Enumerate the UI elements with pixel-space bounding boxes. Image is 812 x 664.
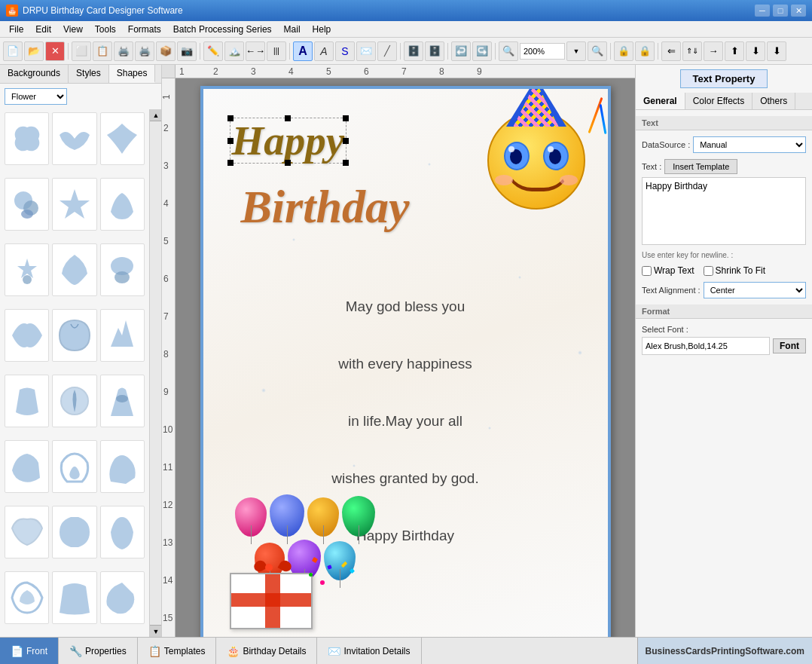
text-property-button[interactable]: Text Property [680, 69, 768, 88]
shape-item[interactable] [100, 440, 145, 493]
shape-item[interactable] [100, 112, 145, 165]
shape-item[interactable] [52, 440, 96, 493]
shape-item[interactable] [5, 309, 49, 362]
right-tab-general[interactable]: General [636, 93, 685, 109]
handle-bl[interactable] [227, 160, 234, 166]
handle-mr[interactable] [343, 138, 349, 144]
toolbar-copy[interactable]: ⬜ [72, 41, 91, 61]
shape-item[interactable] [5, 112, 49, 165]
shape-item[interactable] [5, 243, 49, 296]
shape-item[interactable] [100, 309, 145, 362]
category-select[interactable]: Flower Nature Animals Decorative [5, 88, 67, 105]
shape-item[interactable] [52, 571, 96, 624]
status-tab-front[interactable]: 📄 Front [0, 638, 59, 664]
menu-tools[interactable]: Tools [89, 23, 122, 36]
toolbar-barcode[interactable]: ||| [267, 41, 286, 61]
handle-tr[interactable] [343, 115, 349, 121]
tab-shapes[interactable]: Shapes [109, 65, 156, 83]
right-tab-color-effects[interactable]: Color Effects [685, 93, 752, 109]
shape-item[interactable] [52, 178, 96, 231]
shape-item[interactable] [5, 440, 49, 493]
toolbar-paste[interactable]: 📋 [93, 41, 112, 61]
shape-item[interactable] [100, 506, 145, 558]
maximize-button[interactable]: □ [773, 5, 788, 17]
menu-help[interactable]: Help [307, 23, 337, 36]
toolbar-scan[interactable]: 📷 [177, 41, 197, 61]
minimize-button[interactable]: ─ [755, 5, 770, 17]
handle-ml[interactable] [227, 138, 234, 144]
shape-item[interactable] [100, 178, 145, 231]
toolbar-print[interactable]: 🖨️ [114, 41, 133, 61]
shape-item[interactable] [100, 375, 145, 427]
status-tab-properties[interactable]: 🔧 Properties [59, 638, 138, 664]
close-button[interactable]: ✕ [791, 5, 806, 17]
zoom-dropdown[interactable]: ▼ [566, 41, 586, 61]
toolbar-wordart[interactable]: S [335, 41, 355, 61]
text-element-birthday[interactable]: Birthday [241, 183, 410, 230]
toolbar-text2[interactable]: A [314, 41, 334, 61]
right-tab-others[interactable]: Others [752, 93, 795, 109]
shape-item[interactable] [52, 375, 96, 427]
shape-item[interactable] [52, 112, 96, 165]
scroll-up-arrow[interactable]: ▲ [150, 109, 161, 121]
shape-item[interactable] [52, 243, 96, 296]
shape-item[interactable] [5, 375, 49, 427]
shape-item[interactable] [100, 243, 145, 296]
shape-item[interactable] [100, 571, 145, 624]
insert-template-button[interactable]: Insert Template [664, 159, 737, 174]
menu-file[interactable]: File [3, 23, 29, 36]
menu-mail[interactable]: Mail [278, 23, 307, 36]
font-value-input[interactable] [642, 337, 770, 355]
toolbar-line[interactable]: ╱ [377, 41, 397, 61]
toolbar-zoomout[interactable]: 🔍 [588, 41, 607, 61]
toolbar-envelope[interactable]: ✉️ [356, 41, 376, 61]
toolbar-zoomout2[interactable]: 🔍 [499, 41, 518, 61]
datasource-select[interactable]: Manual Database [693, 136, 806, 153]
handle-tm[interactable] [285, 115, 291, 121]
toolbar-arrow[interactable]: ←→ [246, 41, 265, 61]
tab-backgrounds[interactable]: Backgrounds [0, 65, 69, 83]
wrap-text-checkbox[interactable] [642, 266, 652, 276]
shape-item[interactable] [5, 178, 49, 231]
menu-batch[interactable]: Batch Processing Series [167, 23, 278, 36]
zoom-input[interactable] [520, 43, 565, 60]
tab-styles[interactable]: Styles [69, 65, 109, 83]
toolbar-pencil[interactable]: ✏️ [203, 41, 223, 61]
shape-item[interactable] [5, 506, 49, 558]
alignment-select[interactable]: Left Center Right Justify [704, 282, 806, 298]
toolbar-text[interactable]: A [293, 41, 313, 61]
menu-edit[interactable]: Edit [29, 23, 57, 36]
text-content-area[interactable]: Happy Birthday [642, 177, 806, 245]
canvas-scroll[interactable]: Happy Birthday [176, 78, 635, 637]
menu-formats[interactable]: Formats [122, 23, 167, 36]
shape-item[interactable] [52, 506, 96, 558]
menu-view[interactable]: View [57, 23, 89, 36]
toolbar-open[interactable]: 📂 [24, 41, 44, 61]
status-tab-birthday-details[interactable]: 🎂 Birthday Details [216, 638, 317, 664]
toolbar-new[interactable]: 📄 [3, 41, 23, 61]
toolbar-lock2[interactable]: 🔒 [635, 41, 655, 61]
toolbar-batch[interactable]: 📦 [156, 41, 176, 61]
status-tab-invitation[interactable]: ✉️ Invitation Details [317, 638, 421, 664]
scroll-down-arrow[interactable]: ▼ [150, 625, 161, 637]
toolbar-redo[interactable]: ↪️ [472, 41, 492, 61]
toolbar-print2[interactable]: 🖨️ [135, 41, 154, 61]
toolbar-send-back[interactable]: ⬆ [725, 41, 744, 61]
toolbar-close[interactable]: ✕ [45, 41, 65, 61]
text-element-happy[interactable]: Happy [230, 118, 347, 164]
toolbar-image[interactable]: 🏔️ [224, 41, 244, 61]
toolbar-rotate-r[interactable]: → [704, 41, 723, 61]
toolbar-db2[interactable]: 🗄️ [425, 41, 444, 61]
toolbar-flip-v[interactable]: ⇑⇓ [682, 41, 702, 61]
shrink-fit-checkbox[interactable] [704, 266, 713, 276]
status-tab-templates[interactable]: 📋 Templates [138, 638, 217, 664]
toolbar-bring-fwd[interactable]: ⬇ [746, 41, 765, 61]
font-button[interactable]: Font [773, 338, 806, 353]
toolbar-db1[interactable]: 🗄️ [404, 41, 423, 61]
design-canvas[interactable]: Happy Birthday [200, 86, 611, 637]
handle-bm[interactable] [285, 160, 291, 166]
toolbar-flip-h[interactable]: ⇐ [661, 41, 681, 61]
toolbar-delete[interactable]: ⬇ [767, 41, 786, 61]
toolbar-undo[interactable]: ↩️ [451, 41, 471, 61]
handle-tl[interactable] [227, 115, 234, 121]
